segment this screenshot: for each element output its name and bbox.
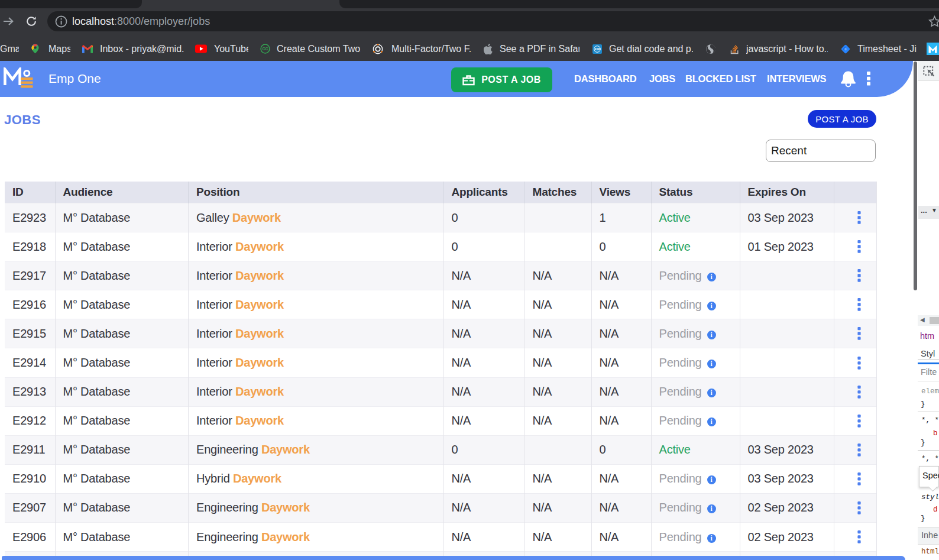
svg-text:ASP: ASP xyxy=(594,48,600,51)
svg-text:CC: CC xyxy=(262,47,268,51)
